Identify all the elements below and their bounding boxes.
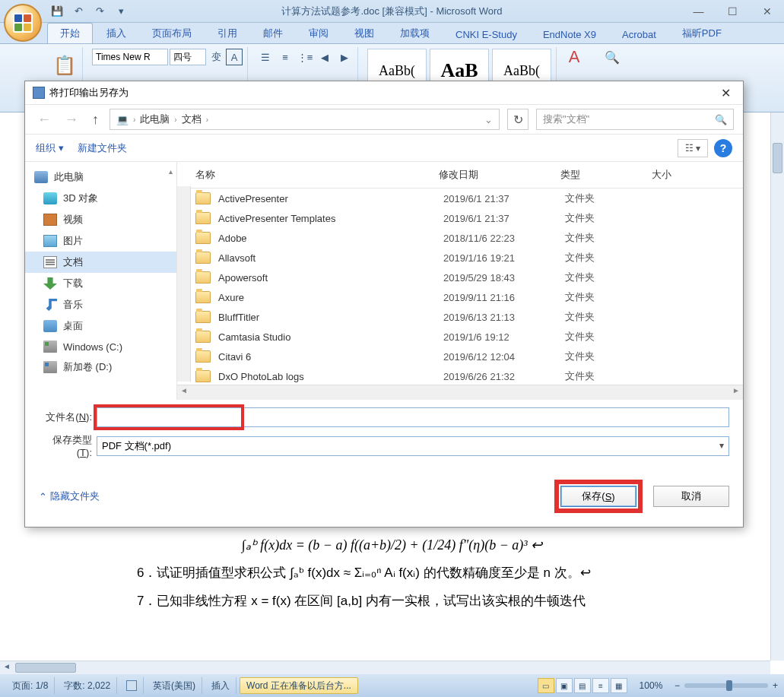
file-row[interactable]: Apowersoft2019/5/29 18:43文件夹 bbox=[191, 268, 743, 287]
numbering-icon[interactable]: ≡ bbox=[277, 49, 294, 65]
draft-icon[interactable]: ▦ bbox=[611, 678, 627, 693]
file-date: 2019/6/12 12:04 bbox=[443, 351, 565, 363]
file-name: Citavi 6 bbox=[218, 351, 443, 363]
file-list-hscroll[interactable] bbox=[177, 385, 743, 400]
new-folder-button[interactable]: 新建文件夹 bbox=[78, 141, 127, 155]
multilevel-icon[interactable]: ⋮≡ bbox=[297, 49, 313, 65]
column-date[interactable]: 修改日期 bbox=[439, 168, 560, 182]
outline-icon[interactable]: ≡ bbox=[592, 678, 609, 693]
nav-back-icon[interactable]: ← bbox=[34, 112, 54, 128]
tree-item[interactable]: 此电脑 bbox=[25, 166, 176, 188]
file-row[interactable]: Citavi 62019/6/12 12:04文件夹 bbox=[191, 347, 743, 366]
filename-input[interactable] bbox=[97, 407, 729, 427]
tab-page-layout[interactable]: 页面布局 bbox=[140, 24, 204, 43]
file-row[interactable]: ActivePresenter Templates2019/6/1 21:37文… bbox=[191, 208, 743, 228]
tab-foxit[interactable]: 福昕PDF bbox=[670, 24, 734, 43]
tree-item[interactable]: Windows (C:) bbox=[25, 337, 176, 356]
decrease-indent-icon[interactable]: ◀ bbox=[316, 49, 333, 65]
zoom-in-icon[interactable]: + bbox=[773, 680, 778, 691]
tab-acrobat[interactable]: Acrobat bbox=[610, 26, 668, 43]
paste-icon[interactable]: 📋 bbox=[52, 49, 78, 82]
tab-addins[interactable]: 加载项 bbox=[388, 24, 442, 43]
file-row[interactable]: Adobe2018/11/6 22:23文件夹 bbox=[191, 228, 743, 248]
font-size-select[interactable] bbox=[170, 49, 206, 65]
column-type[interactable]: 类型 bbox=[560, 168, 652, 182]
status-proofing-icon[interactable] bbox=[120, 677, 144, 694]
increase-indent-icon[interactable]: ▶ bbox=[336, 49, 353, 65]
font-name-select[interactable] bbox=[92, 49, 168, 65]
column-name[interactable]: 名称 bbox=[195, 168, 439, 182]
file-name: Apowersoft bbox=[218, 272, 443, 284]
filetype-select[interactable]: PDF 文档(*.pdf) bbox=[97, 436, 729, 456]
file-row[interactable]: Axure2019/9/11 21:16文件夹 bbox=[191, 287, 743, 307]
tree-item[interactable]: 视频 bbox=[25, 209, 176, 230]
redo-icon[interactable]: ↷ bbox=[92, 4, 107, 19]
file-row[interactable]: BluffTitler2019/6/13 21:13文件夹 bbox=[191, 307, 743, 327]
view-mode-button[interactable]: ☷ ▾ bbox=[678, 139, 708, 157]
nav-up-icon[interactable]: ↑ bbox=[89, 112, 102, 128]
organize-button[interactable]: 组织 ▾ bbox=[36, 141, 64, 155]
tab-references[interactable]: 引用 bbox=[205, 24, 249, 43]
search-input[interactable]: 搜索"文档" 🔍 bbox=[536, 109, 734, 130]
save-icon[interactable]: 💾 bbox=[49, 4, 65, 19]
tree-scroll-up-icon[interactable]: ▴ bbox=[166, 165, 175, 177]
cancel-button[interactable]: 取消 bbox=[653, 486, 729, 507]
zoom-out-icon[interactable]: − bbox=[674, 680, 680, 691]
tree-item[interactable]: 图片 bbox=[25, 230, 176, 252]
undo-icon[interactable]: ↶ bbox=[71, 4, 86, 19]
status-language[interactable]: 英语(美国) bbox=[147, 677, 202, 694]
save-button[interactable]: 保存(S) bbox=[560, 486, 636, 507]
tree-item[interactable]: 音乐 bbox=[25, 294, 176, 315]
close-button[interactable]: ✕ bbox=[750, 1, 784, 22]
breadcrumb-item-0[interactable]: 此电脑 bbox=[140, 112, 170, 126]
tree-item-icon bbox=[43, 277, 57, 290]
nav-forward-icon[interactable]: → bbox=[62, 112, 81, 128]
status-insert-mode[interactable]: 插入 bbox=[205, 677, 236, 694]
tab-home[interactable]: 开始 bbox=[47, 23, 93, 43]
status-page[interactable]: 页面: 1/8 bbox=[6, 677, 55, 694]
refresh-button[interactable]: ↻ bbox=[507, 109, 528, 130]
tree-item[interactable]: 下载 bbox=[25, 273, 176, 294]
minimize-button[interactable]: ― bbox=[681, 1, 716, 22]
status-words[interactable]: 字数: 2,022 bbox=[58, 677, 117, 694]
horizontal-scrollbar[interactable] bbox=[0, 661, 770, 674]
tab-view[interactable]: 视图 bbox=[342, 24, 386, 43]
help-button[interactable]: ? bbox=[714, 139, 732, 157]
tab-endnote[interactable]: EndNote X9 bbox=[531, 26, 608, 43]
qat-dropdown-icon[interactable]: ▾ bbox=[113, 4, 129, 19]
print-layout-icon[interactable]: ▭ bbox=[538, 678, 554, 693]
office-orb-button[interactable] bbox=[4, 4, 42, 42]
column-size[interactable]: 大小 bbox=[652, 168, 734, 182]
bullets-icon[interactable]: ☰ bbox=[257, 49, 274, 65]
file-row[interactable]: Allavsoft2019/1/16 19:21文件夹 bbox=[191, 248, 743, 268]
change-styles-icon[interactable]: A bbox=[566, 49, 582, 65]
web-layout-icon[interactable]: ▤ bbox=[574, 678, 591, 693]
dialog-close-button[interactable]: ✕ bbox=[714, 84, 737, 102]
breadcrumb-dropdown-icon[interactable]: ⌄ bbox=[484, 114, 493, 125]
file-list[interactable]: ActivePresenter2019/6/1 21:37文件夹ActivePr… bbox=[177, 189, 743, 385]
file-list-panel: 名称 修改日期 类型 大小 ActivePresenter2019/6/1 21… bbox=[177, 162, 743, 400]
file-row[interactable]: ActivePresenter2019/6/1 21:37文件夹 bbox=[191, 189, 743, 208]
tab-insert[interactable]: 插入 bbox=[94, 24, 138, 43]
breadcrumb-item-1[interactable]: 文档 bbox=[182, 112, 202, 126]
file-row[interactable]: DxO PhotoLab logs2019/6/26 21:32文件夹 bbox=[191, 366, 743, 385]
filename-label: 文件名(N): bbox=[39, 410, 97, 424]
tab-review[interactable]: 审阅 bbox=[297, 24, 341, 43]
breadcrumb[interactable]: 💻 › 此电脑 › 文档 › ⌄ bbox=[110, 109, 500, 130]
full-screen-icon[interactable]: ▣ bbox=[556, 678, 573, 693]
tree-item[interactable]: 文档 bbox=[25, 252, 176, 273]
phonetic-icon[interactable]: 变 bbox=[208, 49, 224, 65]
find-icon[interactable]: 🔍 bbox=[604, 49, 621, 65]
file-row[interactable]: Camtasia Studio2019/1/6 19:12文件夹 bbox=[191, 327, 743, 347]
tab-mailings[interactable]: 邮件 bbox=[251, 24, 295, 43]
hide-folders-link[interactable]: ⌃隐藏文件夹 bbox=[39, 489, 100, 503]
char-border-icon[interactable]: A bbox=[226, 49, 243, 65]
tab-cnki[interactable]: CNKI E-Study bbox=[443, 26, 529, 43]
tree-item[interactable]: 新加卷 (D:) bbox=[25, 356, 176, 378]
tree-item[interactable]: 桌面 bbox=[25, 315, 176, 337]
zoom-percent[interactable]: 100% bbox=[632, 680, 670, 691]
vertical-scrollbar[interactable] bbox=[770, 112, 784, 661]
tree-item[interactable]: 3D 对象 bbox=[25, 188, 176, 209]
maximize-button[interactable]: ☐ bbox=[716, 1, 750, 22]
zoom-slider[interactable] bbox=[684, 683, 768, 688]
